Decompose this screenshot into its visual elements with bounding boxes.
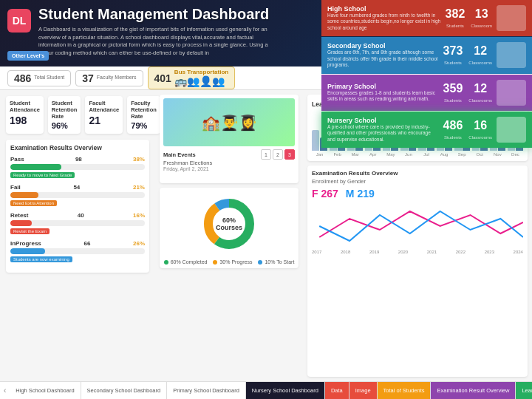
exam-pass-pct: 38%	[133, 156, 145, 163]
middle-panel: 🏫👨‍🎓👩‍🎓 Main Events 1 2 3 Freshman Elect…	[155, 90, 303, 381]
kpi-student-retention-value: 96%	[52, 121, 78, 130]
school-card-secondary[interactable]: Secondary School Grades are 6th, 7th, an…	[321, 37, 532, 73]
kpi-student-retention-title: Student Retention Rate	[52, 100, 78, 120]
exam-retest-label: Retest	[10, 212, 28, 219]
sc-primary-name: Primary School	[327, 83, 439, 90]
kpi-faculty-attendance-value: 21	[89, 115, 119, 126]
female-label: F	[312, 188, 318, 200]
tab-nursery-school[interactable]: Nursery School Dashboard	[246, 382, 325, 399]
events-footer: Main Events 1 2 3	[163, 149, 295, 160]
legend-progress-label: 30% Progress	[219, 259, 252, 265]
logo: DL	[7, 9, 31, 33]
exam-fail-label: Fail	[10, 184, 21, 191]
exam-retest-bar	[10, 220, 32, 226]
male-value: 219	[357, 188, 374, 200]
bar-x-label: Jul	[423, 152, 429, 157]
school-card-nursery[interactable]: Nursery School A pre-school where care i…	[321, 112, 532, 148]
year-label: 2023	[485, 250, 494, 254]
exam-fail-bar-bg	[10, 192, 145, 198]
sc-primary-text: Primary School Encompasses grades 1-8 an…	[327, 83, 439, 103]
exam-fail-bar	[10, 192, 38, 198]
tab-learning-hours[interactable]: Learning Hours	[516, 382, 532, 399]
exam-results-section: Examination Results Overview Pass 98 38%…	[6, 140, 149, 273]
bar-x-label: Feb	[333, 152, 341, 157]
sc-secondary-classrooms: 12	[468, 44, 492, 58]
sc-primary-desc: Encompasses grades 1-8 and students lear…	[327, 90, 439, 103]
year-label: 2021	[427, 250, 437, 254]
bar-x-label: Dec	[511, 152, 519, 157]
sc-secondary-image	[497, 42, 526, 68]
tab-image[interactable]: Image	[349, 382, 378, 399]
year-label: 2019	[369, 250, 379, 254]
sc-nursery-name: Nursery School	[327, 117, 439, 124]
donut-label: Courses	[216, 224, 242, 231]
year-label: 2017	[312, 250, 321, 254]
female-indicator: F 267	[312, 188, 338, 200]
legend-tostart-label: 10% To Start	[265, 259, 294, 265]
total-students-stat: 486 Total Student	[7, 70, 71, 86]
bar-x-label: Sep	[458, 152, 466, 157]
bottom-tabs: ‹ High School Dashboard Secondary School…	[0, 381, 532, 399]
events-label: Main Events	[163, 151, 196, 158]
exam-pass-count: 98	[75, 156, 82, 163]
exam-fail-count: 54	[73, 184, 80, 191]
sc-nursery-text: Nursery School A pre-school where care i…	[327, 117, 439, 143]
other-levels-label[interactable]: Other Level's	[7, 51, 49, 61]
enrollment-chart-svg	[312, 204, 523, 248]
sc-secondary-text: Secondary School Grades are 6th, 7th, an…	[327, 42, 439, 68]
year-label: 2020	[398, 250, 408, 254]
bus-icons: 🚌👥👤👥	[174, 75, 228, 87]
faculty-members-label: Faculty Members	[97, 75, 137, 81]
sc-primary-students: 359	[443, 82, 463, 95]
gender-card: Examination Results Overview Enrollment …	[307, 166, 528, 377]
sc-secondary-students: 373	[443, 44, 463, 58]
tab-high-school[interactable]: High School Dashboard	[10, 382, 81, 399]
legend-completed-label: 60% Completed	[171, 259, 208, 265]
year-label: 2024	[514, 250, 523, 254]
page-2[interactable]: 2	[273, 149, 283, 160]
donut-card: 60% Courses 60% Completed 30% Progress 1…	[160, 188, 299, 268]
legend-tostart: 10% To Start	[258, 259, 294, 265]
exam-retest-pct: 16%	[133, 212, 145, 219]
kpi-student-attendance: Student Attendance 198	[6, 96, 44, 134]
exam-inprogress-label: InProgress	[10, 240, 41, 247]
sc-nursery-classrooms: 16	[468, 119, 492, 132]
male-label: M	[346, 188, 355, 200]
total-students-label: Total Student	[34, 75, 64, 81]
school-card-high[interactable]: High School Have four numbered grades fr…	[321, 0, 532, 36]
exam-retest-bar-bg	[10, 220, 145, 226]
legend-completed-dot	[164, 260, 168, 265]
exam-inprogress-count: 66	[83, 240, 90, 247]
tab-prev[interactable]: ‹	[0, 382, 10, 399]
school-card-primary[interactable]: Primary School Encompasses grades 1-8 an…	[321, 75, 532, 111]
total-students-number: 486	[14, 72, 31, 84]
kpi-faculty-attendance-title: Facult Attendance	[89, 100, 119, 113]
kpi-faculty-attendance: Facult Attendance 21	[85, 96, 123, 134]
bar-x-label: May	[386, 152, 395, 157]
gender-title: Examination Results Overview	[312, 170, 523, 177]
sc-secondary-desc: Grades are 6th, 7th, and 8th grade altho…	[327, 50, 439, 68]
page-3[interactable]: 3	[284, 149, 295, 160]
year-label: 2022	[456, 250, 466, 254]
header: DL Student Management Dashboard A Dashbo…	[0, 0, 532, 66]
left-panel: Student Attendance 198 Student Retention…	[0, 90, 155, 381]
exam-retest-count: 40	[78, 212, 84, 219]
tab-primary-school[interactable]: Primary School Dashboard	[167, 382, 246, 399]
exam-pass-badge: Ready to move to Next Grade	[10, 172, 75, 178]
sc-high-name: High School	[327, 5, 441, 13]
exam-row-fail: Fail 54 21% Need Extra Attention	[10, 184, 145, 206]
tab-exam-result[interactable]: Examination Result Overview	[431, 382, 516, 399]
sc-nursery-students: 486	[443, 119, 463, 132]
tab-data[interactable]: Data	[325, 382, 349, 399]
exam-row-retest: Retest 40 16% Revisit the Exam	[10, 212, 145, 234]
donut-chart: 60% Courses	[200, 194, 259, 253]
bus-transportation: 401 Bus Transportation 🚌👥👤👥	[148, 66, 236, 89]
tab-secondary-school[interactable]: Secondary School Dashboard	[81, 382, 168, 399]
exam-inprogress-bar-bg	[10, 248, 145, 254]
legend-completed: 60% Completed	[164, 259, 208, 265]
tab-total-students[interactable]: Total of Students	[378, 382, 432, 399]
events-image: 🏫👨‍🎓👩‍🎓	[163, 98, 295, 146]
legend-progress-dot	[213, 260, 217, 265]
page-1[interactable]: 1	[261, 149, 271, 160]
exam-fail-pct: 21%	[133, 184, 145, 191]
